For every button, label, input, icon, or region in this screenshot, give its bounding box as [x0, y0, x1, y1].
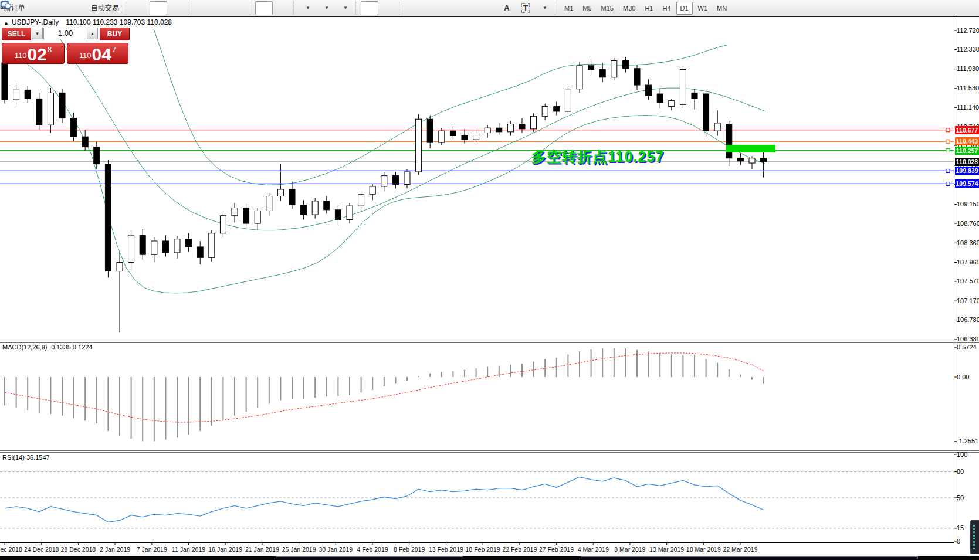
- price-line-marker[interactable]: [946, 128, 950, 132]
- chart-shift-button[interactable]: [274, 1, 292, 15]
- chat-button[interactable]: [957, 1, 975, 15]
- profile-button[interactable]: [50, 1, 67, 15]
- vertical-line-tool-button[interactable]: [404, 1, 422, 15]
- date-label: 24 Dec 2018: [24, 546, 59, 553]
- candle-body: [71, 118, 77, 137]
- chart-annotation-text[interactable]: 多空转折点110.257: [531, 147, 664, 167]
- sell-price-tile[interactable]: 110028: [2, 43, 65, 64]
- crosshair-tool-button[interactable]: [380, 1, 397, 15]
- timeframe-M30[interactable]: M30: [619, 2, 639, 15]
- toolbar-separator: [555, 2, 558, 15]
- rsi-line: [5, 477, 764, 522]
- highlight-box[interactable]: [726, 145, 775, 152]
- text-label-tool-button[interactable]: T: [517, 1, 534, 15]
- date-label: 8 Feb 2019: [394, 546, 425, 553]
- candle-body: [255, 211, 260, 223]
- date-label: 4 Mar 2019: [578, 546, 609, 553]
- timeframe-D1[interactable]: D1: [676, 2, 693, 15]
- line-chart-button[interactable]: [168, 1, 186, 15]
- candle-body: [404, 172, 410, 185]
- candle-body: [749, 158, 755, 163]
- price-tag-110.443[interactable]: 110.443: [955, 137, 979, 145]
- price-tag-109.839[interactable]: 109.839: [955, 167, 979, 175]
- autotrade-label: 自动交易: [91, 3, 119, 13]
- price-line-marker[interactable]: [946, 182, 950, 185]
- price-line-marker[interactable]: [946, 169, 950, 172]
- signal-button[interactable]: [69, 1, 86, 15]
- candle-body: [542, 107, 548, 117]
- fibonacci-tool-button[interactable]: F: [479, 1, 497, 15]
- timeframe-W1[interactable]: W1: [694, 2, 712, 15]
- price-tag-110.677[interactable]: 110.677: [955, 126, 979, 134]
- price-tag-109.574[interactable]: 109.574: [955, 179, 979, 188]
- widget-dot: [973, 535, 975, 537]
- candle-body: [462, 135, 468, 140]
- date-label: 19 Dec 2018: [0, 546, 22, 553]
- toolbar-right: [938, 1, 975, 15]
- buy-price-tile[interactable]: 110047: [67, 43, 128, 64]
- arrows-tool-button[interactable]: ▼: [536, 1, 553, 15]
- cursor-tool-button[interactable]: [361, 1, 378, 15]
- date-label: 30 Jan 2019: [319, 546, 353, 553]
- history-center-button[interactable]: [31, 1, 49, 15]
- date-label: 4 Feb 2019: [357, 546, 388, 553]
- timeframe-M1[interactable]: M1: [560, 2, 577, 15]
- candle-body: [531, 116, 537, 129]
- buy-button[interactable]: BUY: [100, 28, 130, 40]
- widget-dot: [973, 544, 975, 546]
- volume-input[interactable]: 1.00: [43, 28, 87, 39]
- channel-tool-button[interactable]: E: [460, 1, 478, 15]
- zoom-in-button[interactable]: [193, 1, 211, 15]
- autotrade-button[interactable]: 自动交易: [87, 1, 124, 15]
- candle-body: [36, 99, 42, 125]
- tile-windows-button[interactable]: [231, 1, 248, 15]
- candle-body: [13, 89, 19, 100]
- date-label: 8 Mar 2019: [614, 546, 645, 553]
- candle-body: [439, 131, 445, 142]
- sell-button[interactable]: SELL: [2, 28, 31, 40]
- candle-body: [301, 205, 307, 215]
- date-label: 11 Jan 2019: [172, 546, 205, 553]
- periods-button[interactable]: ▼: [317, 1, 335, 15]
- timeframe-MN[interactable]: MN: [713, 2, 731, 15]
- auto-scroll-button[interactable]: [255, 1, 273, 15]
- buy-price-prefix: 110: [79, 51, 92, 60]
- candle-body: [25, 90, 31, 99]
- price-tag-110.257[interactable]: 110.257: [955, 147, 979, 155]
- mt4-window: 新订单 自动交易: [0, 0, 979, 560]
- text-tool-button[interactable]: A: [498, 1, 516, 15]
- timeframe-M5[interactable]: M5: [578, 2, 595, 15]
- collapse-arrow-icon[interactable]: ▲: [4, 20, 9, 26]
- ohlc-values: 110.100 110.233 109.703 110.028: [66, 18, 172, 26]
- volume-decrease-button[interactable]: ▼: [32, 28, 43, 39]
- candle-body: [416, 119, 422, 172]
- trendline-tool-button[interactable]: [442, 1, 459, 15]
- candle-body: [381, 176, 387, 186]
- templates-button[interactable]: ▼: [336, 1, 354, 15]
- date-label: 27 Feb 2019: [539, 546, 574, 553]
- timeframe-H4[interactable]: H4: [658, 2, 675, 15]
- volume-increase-button[interactable]: ▲: [87, 28, 98, 39]
- timeframe-H1[interactable]: H1: [641, 2, 657, 15]
- candle-body: [714, 123, 720, 131]
- rsi-axis-label: 50: [957, 494, 979, 501]
- search-button[interactable]: [939, 1, 956, 15]
- price-tag-110.028[interactable]: 110.028: [955, 158, 979, 166]
- candlestick-chart-button[interactable]: [150, 1, 167, 15]
- timeframe-M15[interactable]: M15: [597, 2, 618, 15]
- symbol-period-label: USDJPY-,Daily: [12, 18, 59, 26]
- chart-title: ▲USDJPY-,Daily110.100 110.233 109.703 11…: [4, 18, 172, 26]
- horizontal-line-tool-button[interactable]: [423, 1, 441, 15]
- price-axis-label: 112.330: [957, 46, 979, 53]
- price-line-marker[interactable]: [946, 140, 950, 143]
- buy-price-big: 04: [92, 47, 111, 62]
- price-line-marker[interactable]: [946, 149, 950, 152]
- indicators-button[interactable]: ▼: [299, 1, 316, 15]
- zoom-out-button[interactable]: [212, 1, 229, 15]
- bar-chart-button[interactable]: [131, 1, 148, 15]
- candle-body: [277, 189, 283, 196]
- candle-body: [162, 241, 168, 253]
- candle-body: [496, 128, 502, 132]
- chart-canvas[interactable]: [0, 0, 979, 556]
- candle-body: [243, 208, 249, 223]
